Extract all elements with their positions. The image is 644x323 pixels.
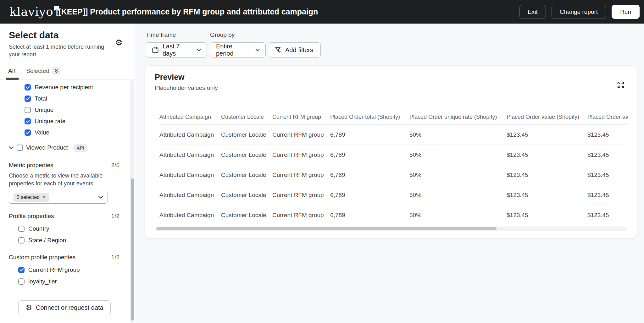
table-cell: 50% [409,185,507,205]
table-cell: 6,789 [330,205,409,225]
table-cell: Customer Locale [221,145,272,165]
custom-profile-property-item[interactable]: loyalty_tier [18,276,80,287]
custom-profile-properties-header: Custom profile properties 1/2 [9,254,119,261]
section-count: 1/2 [111,254,119,261]
table-cell: Current RFM group [272,125,330,145]
table-cell: 50% [409,125,507,145]
table-cell: 6,789 [330,125,409,145]
topbar: klaviyo [[KEEP]] Product performance by … [0,0,644,24]
profile-properties-list: CountryState / Region [18,223,66,246]
preview-table: Attributed CampaignCustomer LocaleCurren… [159,110,628,225]
profile-property-item[interactable]: Country [18,223,66,234]
change-report-button[interactable]: Change report [552,5,606,19]
exit-button[interactable]: Exit [519,5,546,19]
time-frame-dropdown[interactable]: Last 7 days [146,42,207,57]
checkbox-label: Revenue per recipient [35,84,93,91]
table-cell: $123.45 [587,205,628,225]
table-cell: 6,789 [330,165,409,185]
chevron-down-icon [98,194,103,200]
custom-profile-property-item[interactable]: Current RFM group [18,264,80,276]
select-data-sidebar: Select data ⚙ Select at least 1 metric b… [0,24,135,323]
checkbox[interactable] [25,84,31,90]
checkbox[interactable] [25,107,31,113]
chip-close-icon[interactable]: ✕ [42,195,46,200]
sidebar-heading: Select data [9,30,58,41]
table-row: Attributed CampaignCustomer LocaleCurren… [159,165,628,185]
topbar-actions: Exit Change report Run [519,5,640,19]
run-button[interactable]: Run [612,5,640,19]
time-frame-label: Time frame [146,31,176,38]
checkbox[interactable] [18,267,25,273]
gear-icon: ⚙ [25,304,32,311]
chevron-down-icon [197,49,201,52]
metric-option-item[interactable]: Revenue per recipient [25,82,93,93]
selected-count-badge: 8 [52,67,61,75]
viewed-product-checkbox[interactable] [17,145,23,151]
time-frame-value: Last 7 days [163,43,193,57]
sidebar-scrollbar-thumb[interactable] [131,178,134,320]
column-header: Placed Order value (Shopify) [507,110,587,124]
table-cell: $123.45 [507,165,587,185]
api-badge: API [73,144,88,152]
metric-properties-description: Choose a metric to view the available pr… [9,172,113,188]
preview-subtitle: Placeholder values only [155,85,218,91]
horizontal-scrollbar-track[interactable] [156,227,627,231]
column-header: Current RFM group [272,110,330,124]
profile-property-item[interactable]: State / Region [18,234,66,246]
table-cell: Current RFM group [272,145,330,165]
connect-or-request-data-button[interactable]: ⚙ Connect or request data [18,300,111,315]
expand-icon[interactable] [617,81,625,89]
table-row: Attributed CampaignCustomer LocaleCurren… [159,125,628,145]
preview-title: Preview [155,73,185,82]
checkbox[interactable] [18,226,25,232]
tab-selected[interactable]: Selected 8 [26,67,61,75]
checkbox[interactable] [25,118,31,124]
table-cell: Attributed Campaign [159,205,221,225]
tab-all[interactable]: All [8,68,15,74]
table-header-row: Attributed CampaignCustomer LocaleCurren… [159,110,628,125]
settings-gear-icon[interactable]: ⚙ [115,39,123,47]
metric-option-item[interactable]: Value [25,127,93,138]
metric-properties-dropdown[interactable]: 2 selected ✕ [9,191,108,204]
group-by-value: Entire period [216,43,252,57]
add-filters-button[interactable]: Add filters [269,42,321,57]
metric-item-viewed-product[interactable]: Viewed Product API [9,142,88,153]
metric-properties-header: Metric properties 2/5 [9,162,119,169]
group-by-dropdown[interactable]: Entire period [210,42,266,57]
table-cell: $123.45 [507,185,587,205]
column-header: Placed Order total (Shopify) [330,110,409,124]
checkbox-label: Unique rate [35,118,65,125]
table-row: Attributed CampaignCustomer LocaleCurren… [159,205,628,225]
section-title: Custom profile properties [9,254,75,261]
checkbox[interactable] [18,237,25,244]
chevron-down-icon[interactable] [9,146,14,149]
sidebar-tabs: All Selected 8 [8,64,61,78]
sidebar-scrollbar-track[interactable] [130,80,134,323]
checkbox-label: State / Region [28,237,66,244]
metric-option-item[interactable]: Unique rate [25,116,93,127]
table-cell: Current RFM group [272,165,330,185]
filter-plus-icon [275,47,281,53]
table-row: Attributed CampaignCustomer LocaleCurren… [159,145,628,165]
table-cell: 6,789 [330,185,409,205]
checkbox[interactable] [25,129,31,136]
table-cell: Current RFM group [272,205,330,225]
table-cell: Attributed Campaign [159,185,221,205]
sidebar-subtitle: Select at least 1 metric before running … [9,43,113,58]
metric-options-list: Revenue per recipientTotalUniqueUnique r… [25,82,93,138]
checkbox[interactable] [25,96,31,102]
metric-option-item[interactable]: Unique [25,104,93,116]
tab-selected-label: Selected [26,68,49,74]
checkbox[interactable] [18,278,25,285]
table-cell: $123.45 [587,125,628,145]
column-header: Placed Order unique rate (Shopify) [409,110,507,124]
horizontal-scrollbar-thumb[interactable] [156,227,497,230]
klaviyo-logo-text: klaviyo [9,4,53,19]
selected-chip: 2 selected ✕ [14,193,49,202]
table-cell: 6,789 [330,145,409,165]
metric-option-item[interactable]: Total [25,93,93,104]
checkbox-label: Viewed Product [26,144,68,151]
custom-profile-properties-list: Current RFM grouployalty_tier [18,264,80,287]
preview-card: Preview Placeholder values only Attribut… [145,66,637,238]
report-title: [[KEEP]] Product performance by RFM grou… [56,0,318,24]
